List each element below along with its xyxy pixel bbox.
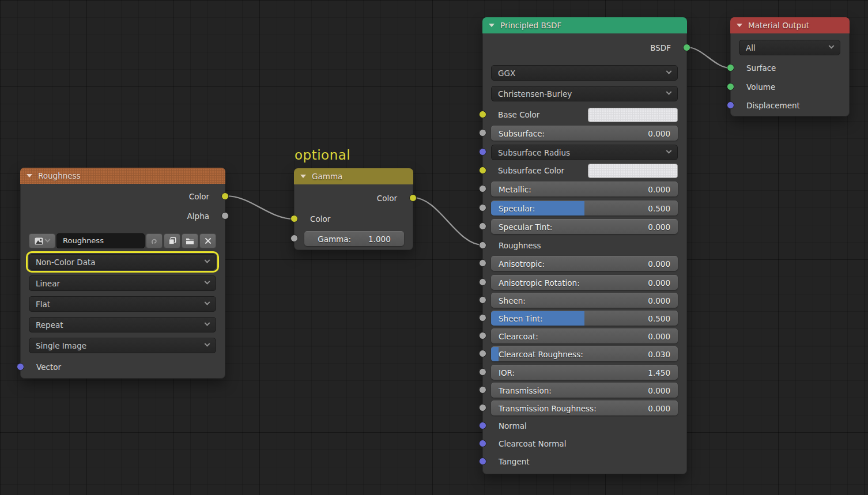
roughness-alpha-output-socket[interactable] — [221, 212, 229, 220]
normal-input-socket[interactable] — [479, 422, 486, 429]
clearcoat-roughness-slider[interactable]: Clearcoat Roughness: 0.030 — [491, 346, 678, 361]
specular-tint-input-socket[interactable] — [479, 222, 486, 230]
roughness-texture-node[interactable]: Roughness Color Alpha Roughness — [20, 168, 225, 379]
clearcoat-normal-input-label: Clearcoat Normal — [499, 439, 566, 448]
metallic-input-socket[interactable] — [479, 185, 486, 192]
wire-principled-bsdf-to-output-surface — [687, 47, 730, 68]
clearcoat-roughness-input-socket[interactable] — [479, 350, 486, 357]
image-name-field[interactable]: Roughness — [56, 233, 145, 248]
subsurface-input-socket[interactable] — [479, 129, 486, 137]
color-output-label: Color — [377, 194, 397, 203]
target-dropdown[interactable]: All — [739, 40, 840, 55]
collapse-icon[interactable] — [489, 24, 495, 27]
remove-image-button[interactable] — [199, 233, 216, 248]
roughness-input-socket[interactable] — [479, 241, 486, 249]
node-title: Principled BSDF — [500, 21, 561, 30]
clearcoat-normal-input-socket[interactable] — [479, 440, 486, 447]
surface-input-socket[interactable] — [727, 64, 734, 71]
sheen-tint-slider[interactable]: Sheen Tint: 0.500 — [491, 311, 678, 326]
base-color-input-socket[interactable] — [479, 111, 486, 118]
sheen-tint-input-socket[interactable] — [479, 314, 486, 322]
slider-value: 0.000 — [648, 222, 670, 232]
gamma-node[interactable]: Gamma Color Color Gamma: 1.000 — [294, 168, 413, 250]
chevron-down-icon — [205, 279, 210, 285]
gamma-value-slider[interactable]: Gamma: 1.000 — [304, 231, 404, 246]
anisotropic-slider[interactable]: Anisotropic: 0.000 — [491, 256, 678, 271]
subsurface-method-dropdown[interactable]: Christensen-Burley — [491, 86, 678, 101]
gamma-node-header[interactable]: Gamma — [294, 168, 413, 184]
gamma-color-input-socket[interactable] — [290, 215, 298, 222]
subsurface-color-swatch[interactable] — [588, 164, 678, 178]
metallic-slider[interactable]: Metallic: 0.000 — [491, 182, 678, 197]
source-dropdown[interactable]: Single Image — [29, 338, 216, 353]
material-output-node-header[interactable]: Material Output — [730, 17, 850, 33]
gamma-color-output-socket[interactable] — [409, 194, 417, 202]
subsurface-radius-dropdown[interactable]: Subsurface Radius — [491, 145, 678, 160]
displacement-input-socket[interactable] — [727, 101, 734, 109]
anisotropic-rotation-input-socket[interactable] — [479, 278, 486, 286]
roughness-color-output-socket[interactable] — [221, 192, 229, 200]
image-datablock-row: Roughness — [29, 233, 216, 248]
colorspace-dropdown[interactable]: Non-Color Data — [29, 254, 216, 270]
bsdf-output-socket[interactable] — [683, 44, 690, 51]
distribution-dropdown[interactable]: GGX — [491, 65, 678, 81]
vector-input-label: Vector — [36, 362, 61, 372]
anisotropic-input-socket[interactable] — [479, 259, 486, 267]
subsurface-color-input-socket[interactable] — [479, 167, 486, 174]
transmission-roughness-slider[interactable]: Transmission Roughness: 0.000 — [491, 400, 678, 415]
volume-input-socket[interactable] — [727, 83, 734, 90]
interpolation-dropdown[interactable]: Linear — [29, 275, 216, 291]
collapse-icon[interactable] — [737, 24, 742, 27]
copy-datablock-button[interactable] — [164, 233, 180, 248]
bsdf-output-row: BSDF — [491, 40, 678, 55]
slider-label: Metallic: — [499, 185, 531, 194]
transmission-input-socket[interactable] — [479, 386, 486, 394]
ior-slider[interactable]: IOR: 1.450 — [491, 365, 678, 380]
wire-gamma-color-to-principled-roughness — [413, 198, 482, 245]
tangent-input-socket[interactable] — [479, 458, 486, 465]
unlink-datablock-button[interactable] — [146, 233, 163, 248]
sheen-slider[interactable]: Sheen: 0.000 — [491, 293, 678, 308]
material-output-node[interactable]: Material Output All Surface Volume Displ… — [730, 17, 850, 116]
anisotropic-rotation-slider[interactable]: Anisotropic Rotation: 0.000 — [491, 275, 678, 290]
node-editor-canvas[interactable]: { "annotation": { "text": "optional" }, … — [0, 0, 868, 495]
slider-value: 0.000 — [648, 332, 670, 341]
slider-label: Anisotropic: — [499, 259, 545, 269]
chevron-down-icon — [205, 341, 210, 347]
gamma-value-input-socket[interactable] — [290, 235, 298, 242]
clearcoat-slider[interactable]: Clearcoat: 0.000 — [491, 328, 678, 343]
subsurface-color-row: Subsurface Color — [491, 163, 678, 178]
collapse-icon[interactable] — [27, 174, 32, 177]
subsurface-slider[interactable]: Subsurface: 0.000 — [491, 126, 678, 141]
subsurface-radius-input-socket[interactable] — [479, 148, 486, 156]
sheen-input-socket[interactable] — [479, 296, 486, 304]
specular-input-socket[interactable] — [479, 204, 486, 211]
transmission-roughness-input-socket[interactable] — [479, 404, 486, 411]
extension-dropdown[interactable]: Repeat — [29, 317, 216, 332]
surface-input-label: Surface — [746, 63, 776, 73]
transmission-slider[interactable]: Transmission: 0.000 — [491, 383, 678, 398]
chevron-down-icon — [666, 89, 672, 95]
image-browse-button[interactable] — [29, 233, 55, 248]
gamma-color-input-row: Color — [303, 211, 404, 226]
specular-slider[interactable]: Specular: 0.500 — [491, 201, 678, 216]
collapse-icon[interactable] — [300, 175, 306, 178]
node-title: Material Output — [748, 21, 809, 30]
displacement-input-label: Displacement — [746, 101, 800, 110]
slider-label: Gamma: — [318, 235, 351, 244]
distribution-value: GGX — [498, 69, 515, 78]
clearcoat-input-socket[interactable] — [479, 332, 486, 339]
ior-input-socket[interactable] — [479, 368, 486, 376]
slider-value: 0.000 — [648, 185, 670, 194]
projection-value: Flat — [36, 300, 50, 309]
principled-bsdf-node[interactable]: Principled BSDF BSDF GGX Christensen-Bur… — [482, 17, 687, 474]
projection-dropdown[interactable]: Flat — [29, 296, 216, 312]
roughness-node-header[interactable]: Roughness — [20, 168, 225, 184]
open-image-button[interactable] — [182, 233, 198, 248]
specular-tint-slider[interactable]: Specular Tint: 0.000 — [491, 219, 678, 234]
subsurface-color-label: Subsurface Color — [498, 163, 564, 178]
slider-label: Transmission Roughness: — [499, 404, 597, 413]
roughness-vector-input-socket[interactable] — [17, 363, 24, 371]
base-color-swatch[interactable] — [588, 108, 678, 122]
principled-node-header[interactable]: Principled BSDF — [482, 17, 687, 33]
